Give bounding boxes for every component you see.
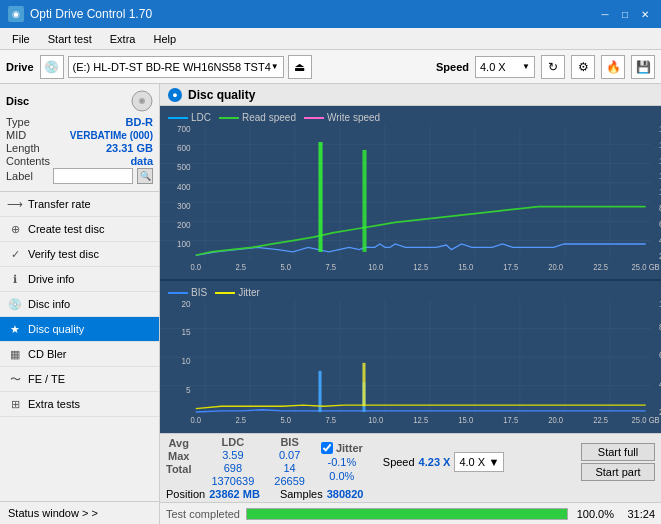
svg-text:0.0: 0.0 [190,263,201,272]
svg-text:15: 15 [182,327,191,338]
avg-bis: 0.07 [274,449,305,461]
disc-label-icon-btn[interactable]: 🔍 [137,168,153,184]
total-ldc: 1370639 [211,475,254,487]
menu-start-test[interactable]: Start test [40,31,100,47]
jitter-label-legend: Jitter [238,287,260,298]
menu-extra[interactable]: Extra [102,31,144,47]
write-label: Write speed [327,112,380,123]
sidebar-item-disc-quality[interactable]: ★ Disc quality [0,317,159,342]
svg-text:22.5: 22.5 [593,263,608,272]
svg-text:12.5: 12.5 [413,263,428,272]
disc-quality-header-icon: ● [168,88,182,102]
svg-text:15.0: 15.0 [458,416,473,425]
close-button[interactable]: ✕ [637,7,653,21]
svg-text:10.0: 10.0 [368,263,383,272]
save-btn[interactable]: 💾 [631,55,655,79]
speed-stat-value: 4.23 X [419,456,451,468]
status-text: Test completed [166,508,240,520]
chart2-legend: BIS Jitter [160,285,661,300]
sidebar-item-transfer-rate[interactable]: ⟶ Transfer rate [0,192,159,217]
disc-label-input[interactable] [53,168,133,184]
burn-btn[interactable]: 🔥 [601,55,625,79]
avg-jitter: -0.1% [321,456,363,468]
maximize-button[interactable]: □ [617,7,633,21]
disc-type-value: BD-R [126,116,154,128]
disc-mid-row: MID VERBATIMe (000) [6,129,153,141]
read-legend: Read speed [219,112,296,123]
svg-rect-36 [318,142,322,252]
svg-text:100: 100 [177,239,191,249]
sidebar-item-cd-bler[interactable]: ▦ CD Bler [0,342,159,367]
speed-dropdown[interactable]: 4.0 X ▼ [475,56,535,78]
disc-length-value: 23.31 GB [106,142,153,154]
verify-test-disc-icon: ✓ [8,247,22,261]
max-label: Max [166,450,191,462]
titlebar-left: ◉ Opti Drive Control 1.70 [8,6,152,22]
max-jitter: 0.0% [321,470,363,482]
main-layout: Disc Type BD-R MID VERBATIMe (000) Lengt… [0,84,661,524]
jitter-check: Jitter [321,442,363,454]
stats-speed-dropdown[interactable]: 4.0 X ▼ [454,452,504,472]
max-ldc: 698 [211,462,254,474]
total-label: Total [166,463,191,475]
svg-text:200: 200 [177,220,191,230]
jitter-legend: Jitter [215,287,260,298]
speed-label: Speed [436,61,469,73]
menubar: File Start test Extra Help [0,28,661,50]
progress-bar-wrap [246,508,568,520]
minimize-button[interactable]: ─ [597,7,613,21]
settings-btn[interactable]: ⚙ [571,55,595,79]
sidebar-item-disc-info[interactable]: 💿 Disc info [0,292,159,317]
samples-label: Samples [280,488,323,500]
eject-btn[interactable]: ⏏ [288,55,312,79]
start-part-button[interactable]: Start part [581,463,655,481]
bis-legend: BIS [168,287,207,298]
jitter-checkbox[interactable] [321,442,333,454]
col-bis: BIS 0.07 14 26659 [274,436,305,487]
menu-file[interactable]: File [4,31,38,47]
toolbar: Drive 💿 (E:) HL-DT-ST BD-RE WH16NS58 TST… [0,50,661,84]
position-value: 23862 MB [209,488,260,500]
chart1-container: LDC Read speed Write speed [160,106,661,279]
menu-help[interactable]: Help [145,31,184,47]
speed-info: Speed 4.23 X 4.0 X ▼ [383,452,505,472]
drive-icon-btn[interactable]: 💿 [40,55,64,79]
disc-section-title: Disc [6,95,29,107]
sidebar-item-create-test-disc[interactable]: ⊕ Create test disc [0,217,159,242]
svg-text:25.0 GB: 25.0 GB [632,263,660,272]
status-window[interactable]: Status window > > [0,501,159,524]
drive-dropdown[interactable]: (E:) HL-DT-ST BD-RE WH16NS58 TST4 ▼ [68,56,284,78]
disc-contents-value: data [130,155,153,167]
svg-text:15.0: 15.0 [458,263,473,272]
sidebar-item-fe-te[interactable]: 〜 FE / TE [0,367,159,392]
total-bis: 26659 [274,475,305,487]
svg-text:20.0: 20.0 [548,416,563,425]
bis-dot [168,292,188,294]
charts-area: LDC Read speed Write speed [160,106,661,433]
sidebar-item-verify-test-disc[interactable]: ✓ Verify test disc [0,242,159,267]
ldc-col-header: LDC [211,436,254,448]
svg-text:12.5: 12.5 [413,416,428,425]
refresh-btn[interactable]: ↻ [541,55,565,79]
col-ldc: LDC 3.59 698 1370639 [211,436,254,487]
drive-dropdown-arrow: ▼ [271,62,279,71]
svg-rect-74 [362,363,365,406]
start-full-button[interactable]: Start full [581,443,655,461]
label-input-wrap: 🔍 [53,168,153,184]
disc-info-label: Disc info [28,298,70,310]
svg-text:22.5: 22.5 [593,416,608,425]
ldc-legend: LDC [168,112,211,123]
progress-time: 31:24 [620,508,655,520]
stats-row2: Position 23862 MB Samples 380820 [166,488,655,500]
sidebar-item-drive-info[interactable]: ℹ Drive info [0,267,159,292]
svg-text:500: 500 [177,162,191,172]
chart1-svg: 700 600 500 400 300 200 100 18X 16X 14X … [160,125,661,272]
bottom-bar: Avg Max Total LDC 3.59 698 1370639 BIS 0… [160,433,661,502]
sidebar-item-extra-tests[interactable]: ⊞ Extra tests [0,392,159,417]
jitter-dot [215,292,235,294]
drive-dropdown-value: (E:) HL-DT-ST BD-RE WH16NS58 TST4 [73,61,271,73]
svg-text:10.0: 10.0 [368,416,383,425]
fe-te-icon: 〜 [8,372,22,386]
write-legend: Write speed [304,112,380,123]
bis-label: BIS [191,287,207,298]
